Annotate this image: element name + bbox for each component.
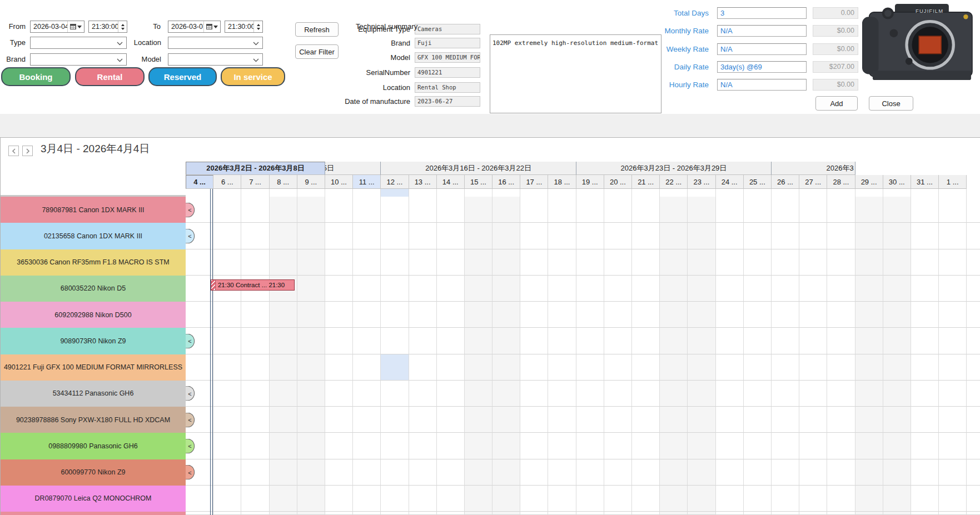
grid-cell[interactable] <box>855 486 883 512</box>
legend-reserved-button[interactable]: Reserved <box>148 67 217 86</box>
grid-cell[interactable] <box>827 354 855 381</box>
grid-cell[interactable] <box>716 407 744 433</box>
grid-cell[interactable] <box>772 197 799 223</box>
grid-cell[interactable] <box>241 407 269 433</box>
grid-cell[interactable] <box>493 328 520 354</box>
grid-cell[interactable] <box>325 328 353 354</box>
grid-cell[interactable] <box>548 249 576 276</box>
grid-cell[interactable] <box>381 433 409 459</box>
grid-cell[interactable] <box>381 249 409 276</box>
grid-cell[interactable] <box>827 486 855 512</box>
legend-in-service-button[interactable]: In service <box>221 67 285 86</box>
from-date-input[interactable]: 2026-03-04 <box>30 21 84 33</box>
field-value[interactable]: 4901221 <box>415 67 480 78</box>
grid-cell[interactable] <box>939 249 967 276</box>
grid-cell[interactable] <box>911 459 939 486</box>
location-select[interactable] <box>168 37 263 49</box>
grid-cell[interactable] <box>772 354 799 381</box>
grid-cell[interactable] <box>827 381 855 407</box>
day-header-cell[interactable]: 8 ... <box>270 175 297 189</box>
day-header-cell[interactable]: 27 ... <box>799 175 827 189</box>
grid-cell[interactable] <box>576 328 604 354</box>
grid-cell[interactable] <box>632 328 660 354</box>
grid-cell[interactable] <box>241 433 269 459</box>
grid-cell[interactable] <box>688 249 715 276</box>
grid-cell[interactable] <box>381 197 409 223</box>
grid-cell[interactable] <box>911 328 939 354</box>
grid-cell[interactable] <box>381 302 409 328</box>
grid-cell[interactable] <box>772 276 799 302</box>
grid-cell[interactable] <box>744 249 772 276</box>
grid-cell[interactable] <box>353 223 381 249</box>
grid-cell[interactable] <box>855 407 883 433</box>
grid-cell[interactable] <box>799 197 827 223</box>
grid-cell[interactable] <box>493 381 520 407</box>
grid-cell[interactable] <box>493 276 520 302</box>
grid-cell[interactable] <box>632 276 660 302</box>
rate-value-input[interactable]: 3day(s) @69 <box>717 61 807 73</box>
grid-cell[interactable] <box>213 433 241 459</box>
grid-cell[interactable] <box>660 354 688 381</box>
grid-cell[interactable] <box>493 486 520 512</box>
grid-cell[interactable] <box>548 486 576 512</box>
grid-cell[interactable] <box>967 486 980 512</box>
grid-cell[interactable] <box>939 197 967 223</box>
grid-cell[interactable] <box>548 302 576 328</box>
grid-cell[interactable] <box>465 276 493 302</box>
equipment-row-label[interactable]: 0988809980 Panasonic GH6 <box>1 433 186 459</box>
grid-cell[interactable] <box>409 328 437 354</box>
grid-cell[interactable] <box>911 276 939 302</box>
grid-cell[interactable] <box>660 276 688 302</box>
equipment-row-label[interactable]: 680035220 Nikon D5 <box>1 276 186 302</box>
rate-value-input[interactable]: N/A <box>717 79 807 91</box>
day-header-cell[interactable]: 25 ... <box>744 175 772 189</box>
grid-cell[interactable] <box>688 276 715 302</box>
grid-cell[interactable] <box>465 381 493 407</box>
grid-cell[interactable] <box>409 407 437 433</box>
next-period-button[interactable] <box>22 146 33 156</box>
day-header-cell[interactable]: 1 ... <box>939 175 967 189</box>
grid-cell[interactable] <box>270 197 297 223</box>
grid-cell[interactable] <box>213 223 241 249</box>
grid-cell[interactable] <box>827 197 855 223</box>
grid-cell[interactable] <box>604 223 632 249</box>
grid-cell[interactable] <box>576 486 604 512</box>
day-header-cell[interactable]: 19 ... <box>576 175 604 189</box>
grid-cell[interactable] <box>437 302 465 328</box>
day-header-cell[interactable]: 14 ... <box>437 175 465 189</box>
grid-cell[interactable] <box>855 302 883 328</box>
grid-cell[interactable] <box>297 459 325 486</box>
grid-cell[interactable] <box>437 407 465 433</box>
grid-cell[interactable] <box>270 486 297 512</box>
grid-cell[interactable] <box>493 302 520 328</box>
grid-cell[interactable] <box>381 276 409 302</box>
grid-cell[interactable] <box>744 197 772 223</box>
grid-cell[interactable] <box>186 249 213 276</box>
grid-cell[interactable] <box>716 433 744 459</box>
grid-cell[interactable] <box>660 407 688 433</box>
grid-cell[interactable] <box>688 197 715 223</box>
grid-cell[interactable] <box>353 459 381 486</box>
grid-cell[interactable] <box>325 433 353 459</box>
to-time-input[interactable]: 21:30:00 <box>225 21 263 33</box>
grid-cell[interactable] <box>939 276 967 302</box>
grid-cell[interactable] <box>297 381 325 407</box>
grid-cell[interactable] <box>967 302 980 328</box>
grid-cell[interactable] <box>827 459 855 486</box>
grid-cell[interactable] <box>493 459 520 486</box>
grid-cell[interactable] <box>660 486 688 512</box>
grid-cell[interactable] <box>270 433 297 459</box>
grid-cell[interactable] <box>716 197 744 223</box>
grid-cell[interactable] <box>967 433 980 459</box>
grid-cell[interactable] <box>520 354 548 381</box>
legend-rental-button[interactable]: Rental <box>75 67 145 86</box>
grid-cell[interactable] <box>799 381 827 407</box>
grid-cell[interactable] <box>437 328 465 354</box>
grid-cell[interactable] <box>520 486 548 512</box>
equipment-row-label[interactable]: 9089073R0 Nikon Z9 <box>1 328 186 354</box>
grid-cell[interactable] <box>604 433 632 459</box>
grid-cell[interactable] <box>632 223 660 249</box>
grid-cell[interactable] <box>297 302 325 328</box>
field-value[interactable]: Fuji <box>415 38 480 48</box>
grid-cell[interactable] <box>381 223 409 249</box>
